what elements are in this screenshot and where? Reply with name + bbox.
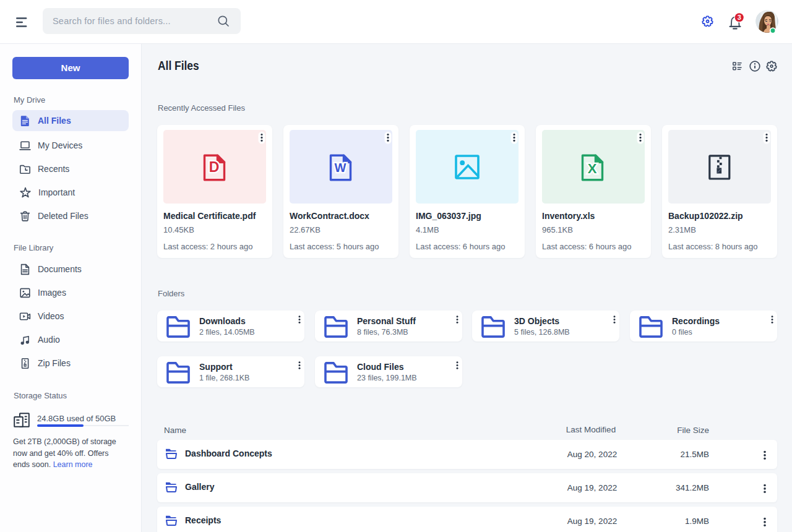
svg-text:X: X [588, 161, 597, 176]
svg-text:3: 3 [738, 14, 741, 21]
svg-text:D: D [209, 159, 220, 175]
svg-text:W: W [335, 161, 346, 174]
